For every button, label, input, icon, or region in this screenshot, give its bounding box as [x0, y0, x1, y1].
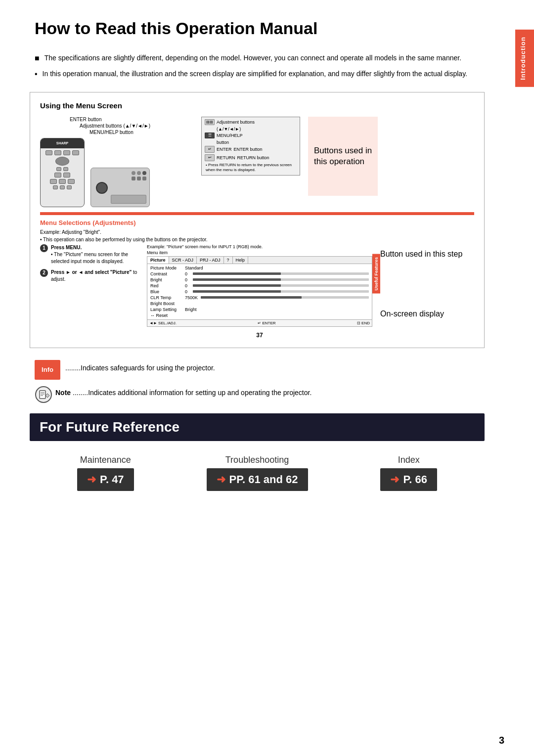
- menu-bar-red: [193, 284, 369, 287]
- projector-btn: [132, 171, 135, 175]
- ref-card-index-page: P. 66: [403, 473, 427, 486]
- remote-btn: [45, 150, 52, 155]
- ref-card-maintenance: Maintenance ➜ P. 47: [30, 451, 181, 495]
- step-2-text: Press ► or ◄ and select "Picture" to adj…: [51, 269, 139, 283]
- ref-card-troubleshooting-button[interactable]: ➜ PP. 61 and 62: [207, 468, 308, 491]
- remote-btn: [72, 150, 79, 155]
- diagram-page-num: 37: [147, 332, 372, 339]
- ref-card-maintenance-label: Maintenance: [32, 455, 179, 465]
- bullet-text-1: The specifications are slightly differen…: [44, 53, 461, 63]
- steps-left: 1 Press MENU. • The "Picture" menu scree…: [40, 244, 139, 287]
- remote-btn: [59, 179, 66, 184]
- enter-btn-text: ENTER button: [234, 147, 263, 152]
- menu-row-mode: Picture Mode Standard: [150, 266, 369, 270]
- bottom-callouts: Button used in this step On-screen displ…: [380, 244, 474, 319]
- ref-card-index-button[interactable]: ➜ P. 66: [380, 468, 437, 491]
- ref-card-maintenance-button[interactable]: ➜ P. 47: [77, 468, 134, 491]
- screen-dirs: (▲/▼/◄/►): [217, 127, 297, 132]
- remote-btn-small: [63, 167, 68, 171]
- remote-btn: [54, 150, 61, 155]
- menu-val-blue: 0: [185, 289, 193, 294]
- menu-selections-title: Menu Selections (Adjustments): [40, 219, 474, 226]
- remote-control: SHARP: [40, 138, 85, 207]
- menu-label-bright: Bright: [150, 277, 185, 282]
- intro-bullets: ■ The specifications are slightly differ…: [30, 53, 485, 80]
- menu-row-bright: Bright 0: [150, 277, 369, 282]
- screen-icon: ▤▤: [205, 119, 215, 125]
- remote-btn: [68, 179, 75, 184]
- remote-btn: [50, 179, 57, 184]
- orange-divider: [40, 212, 474, 215]
- menu-footer-left: ◄► SEL./ADJ.: [149, 321, 177, 325]
- menu-footer-center: ↵ ENTER: [258, 321, 275, 325]
- screen-row-enter: ↵ ENTER ENTER button: [205, 146, 297, 153]
- screen-text: Adjustment buttons: [217, 120, 255, 125]
- useful-features-tab: Useful Features: [372, 254, 380, 294]
- enter-btn-label: ENTER button: [70, 117, 193, 122]
- projector-panel: [111, 195, 146, 204]
- remote-btn-small: [56, 167, 61, 171]
- info-section: Info ........Indicates safeguards for us…: [30, 360, 485, 380]
- menu-row-blue: Blue 0: [150, 289, 369, 294]
- bullet-marker-1: ■: [35, 53, 40, 64]
- menu-item-label: Menu item: [147, 250, 372, 255]
- menu-val-clrtemp: 7500K: [185, 295, 201, 300]
- arrow-icon-1: ➜: [87, 473, 96, 486]
- adj-btn-label: Adjustment buttons (▲/▼/◄/►): [80, 123, 193, 129]
- introduction-tab: Introduction: [515, 30, 534, 87]
- bullet-text-2: In this operation manual, the illustrati…: [43, 69, 467, 79]
- remote-btn-small: [53, 185, 58, 189]
- note-icon: [35, 386, 52, 403]
- info-icon: Info: [35, 360, 60, 380]
- picture-menu-area: Example: "Picture" screen menu for INPUT…: [147, 244, 372, 339]
- callout-2-label: Button used in this step: [380, 249, 474, 260]
- screen-row-return: ↩ RETURN RETURN button: [205, 154, 297, 161]
- menu-help-icon: ☰: [205, 133, 215, 138]
- arrow-icon-3: ➜: [390, 473, 399, 486]
- using-menu-screen-title: Using the Menu Screen: [40, 101, 474, 110]
- menu-label-blue: Blue: [150, 289, 185, 294]
- screen-button-text: button: [217, 140, 297, 145]
- svg-rect-1: [40, 391, 45, 399]
- menu-footer-right: ⊡ END: [357, 321, 370, 325]
- menu-label-clrtemp: CLR Temp: [150, 295, 185, 300]
- menu-col-scradj: SCR - ADJ: [169, 257, 197, 264]
- remote-nav-btn: [55, 157, 69, 166]
- remote-btn: [63, 150, 70, 155]
- menu-col-q: ?: [224, 257, 233, 264]
- menu-label-brightboost: Bright Boost: [150, 301, 185, 306]
- step-2-row: 2 Press ► or ◄ and select "Picture" to a…: [40, 269, 139, 283]
- future-ref-title: For Future Reference: [40, 419, 475, 435]
- callout-1-label: Buttons used in this operation: [314, 145, 372, 167]
- remote-btn-small: [67, 185, 72, 189]
- remote-btn-small: [60, 185, 65, 189]
- ref-card-troubleshooting-label: Troubleshooting: [183, 455, 331, 465]
- menu-col-help: Help: [233, 257, 249, 264]
- menu-bar-blue: [193, 290, 369, 293]
- menu-footer: ◄► SEL./ADJ. ↵ ENTER ⊡ END: [147, 319, 372, 326]
- bullet-item-2: • In this operation manual, the illustra…: [35, 69, 485, 80]
- bullet-marker-2: •: [35, 69, 38, 80]
- menu-header: Picture SCR - ADJ PRJ - ADJ ? Help: [147, 257, 372, 264]
- menu-row-clrtemp: CLR Temp 7500K: [150, 295, 369, 300]
- ref-card-troubleshooting-page: PP. 61 and 62: [229, 473, 298, 486]
- menu-label-red: Red: [150, 283, 185, 288]
- menu-label-lamp: Lamp Setting: [150, 307, 185, 312]
- menu-row-red: Red 0: [150, 283, 369, 288]
- projector-btn: [142, 171, 146, 175]
- menu-label-mode: Picture Mode: [150, 266, 185, 270]
- page-number: 3: [499, 735, 504, 746]
- diagram-box: Using the Menu Screen ENTER button Adjus…: [30, 92, 485, 348]
- step-1-text: Press MENU. • The "Picture" menu screen …: [51, 244, 139, 265]
- menu-bar-contrast: [193, 272, 369, 275]
- menu-reset-row: ↔ Reset: [150, 313, 369, 318]
- menu-help-label: MENU/HELP button: [89, 130, 193, 135]
- menu-val-mode: Standard: [185, 266, 203, 270]
- step-1-num: 1: [40, 244, 48, 252]
- ref-card-troubleshooting: Troubleshooting ➜ PP. 61 and 62: [181, 451, 333, 495]
- return-note: • Press RETURN to return to the previous…: [206, 163, 297, 173]
- enter-label: ENTER: [217, 147, 232, 152]
- projector-btn: [132, 177, 135, 180]
- remote-btn: [63, 173, 70, 178]
- callout-3-label: On-screen display: [380, 309, 474, 319]
